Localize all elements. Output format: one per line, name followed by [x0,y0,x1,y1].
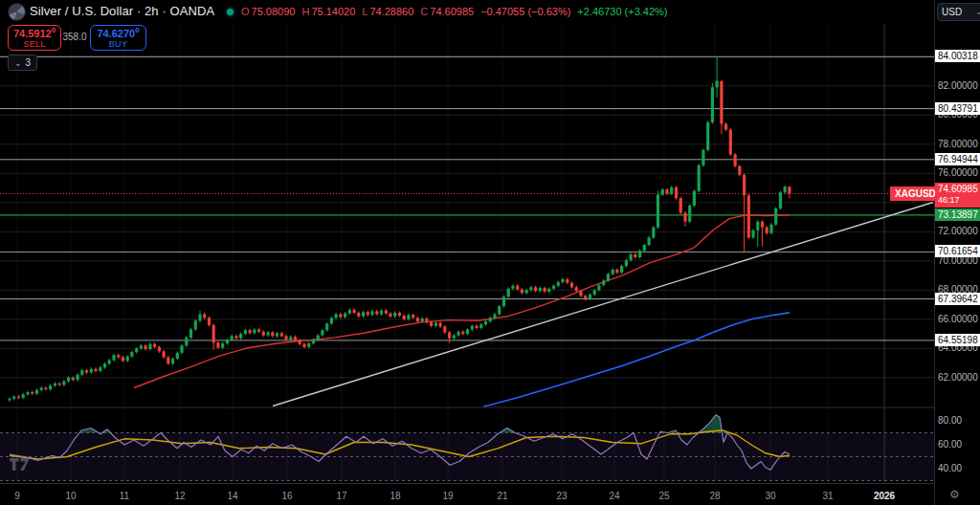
time-axis-label: 30 [749,491,791,501]
current-price-badge: 74.60985 46:17 [935,183,980,208]
collapsed-indicators-toggle[interactable]: ⌄ 3 [8,55,37,71]
price-axis-label: 82.00000 [938,80,978,91]
sell-price-pip: 0 [52,26,56,34]
close-label: C [420,6,428,17]
time-axis-label: 18 [374,491,416,501]
bar-countdown: 46:17 [938,195,980,206]
time-axis-label: 9 [0,491,38,501]
time-axis-label: 12 [159,491,201,501]
time-axis-label: 11 [103,491,145,501]
time-axis-label: 28 [694,491,736,501]
silver-symbol-logo-icon [8,3,26,21]
time-axis-label: 14 [212,491,254,501]
high-value: 75.14020 [311,6,355,17]
level-price-badge: 67.39642 [935,293,980,305]
time-axis-label: 24 [593,491,635,501]
ohlc-readout: O75.08090H75.14020L74.28860C74.60985−0.4… [241,6,670,17]
tradingview-watermark-icon [10,456,36,476]
chart-legend-header: Silver / U.S. Dollar · 2h · OANDA O75.08… [0,0,934,23]
tradingview-chart-app: Silver / U.S. Dollar · 2h · OANDA O75.08… [0,0,980,505]
time-axis-label: 21 [481,491,523,501]
price-axis[interactable]: USD ⌄ 82.0000080.0000078.0000076.0000072… [935,0,980,505]
price-axis-label: 62.00000 [938,372,978,383]
buy-button[interactable]: 74.62700 BUY [90,25,146,51]
currency-label: USD [942,7,962,17]
symbol-title[interactable]: Silver / U.S. Dollar · 2h · OANDA [30,4,214,18]
buy-label: BUY [109,40,127,49]
level-price-badge: 76.94944 [935,153,980,165]
time-axis-year-label: 2026 [863,491,905,501]
time-axis-label: 16 [266,491,308,501]
time-axis-label: 25 [643,491,685,501]
price-axis-label: 66.00000 [938,314,978,324]
price-axis-label: 72.00000 [938,226,978,236]
time-axis-label: 10 [50,491,92,501]
level-price-badge: 80.43791 [935,102,980,115]
chevron-down-icon: ⌄ [14,58,22,68]
range-change-value: +2.46730 (+3.42%) [577,6,667,17]
low-label: L [362,6,368,17]
low-value: 74.28860 [369,6,413,17]
level-price-badge: 70.61654 [935,245,980,257]
bar-change-value: −0.47055 (−0.63%) [480,6,570,17]
current-price-value: 74.60985 [938,183,980,195]
level-price-badge: 64.55198 [935,334,980,346]
price-axis-label: 76.00000 [938,167,978,178]
open-label: O [241,6,250,17]
rsi-axis-label: 80.00 [938,415,962,426]
rsi-axis-label: 40.00 [938,463,962,473]
buy-price-pip: 0 [135,26,139,34]
time-axis[interactable]: 91011121416171819212324252830312026 [0,484,934,505]
chevron-down-icon: ⌄ [975,8,980,16]
price-axis-label: 78.00000 [938,139,978,149]
market-open-dot-icon [227,9,234,15]
collapsed-indicators-count: 3 [26,57,32,68]
close-value: 74.60985 [430,6,474,17]
sell-button[interactable]: 74.59120 SELL [8,25,61,51]
level-price-badge: 84.00318 [935,50,980,62]
sell-price: 74.5912 [13,27,52,38]
buy-price: 74.6270 [97,27,135,38]
high-label: H [301,6,309,17]
sell-label: SELL [23,40,45,49]
currency-selector-button[interactable]: USD ⌄ [937,3,980,21]
rsi-axis-label: 60.00 [938,439,962,450]
symbol-price-flag: XAGUSD [890,187,941,201]
spread-value: 358.0 [59,25,90,49]
time-axis-label: 17 [321,491,363,501]
gear-icon[interactable]: ⚙ [949,488,960,501]
green-level-badge: 73.13897 [935,209,980,221]
time-axis-label: 23 [541,491,583,501]
price-chart-canvas[interactable] [0,0,980,505]
time-axis-label: 31 [807,491,849,501]
time-axis-label: 19 [427,491,469,501]
open-value: 75.08090 [252,6,296,17]
